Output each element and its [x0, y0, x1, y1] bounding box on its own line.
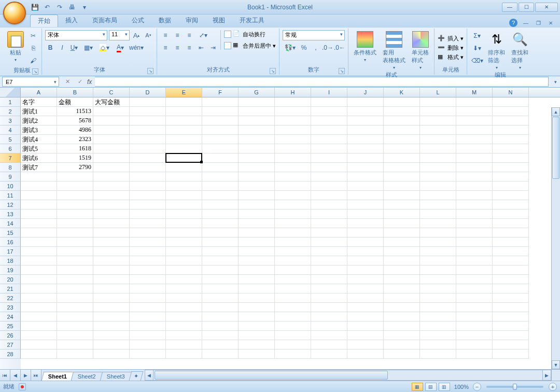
cell[interactable] — [93, 321, 130, 331]
cell[interactable] — [239, 312, 275, 321]
row-header[interactable]: 3 — [0, 116, 21, 125]
enter-formula-icon[interactable]: ✓ — [75, 78, 85, 85]
column-header[interactable]: B — [57, 88, 93, 97]
cell[interactable] — [420, 237, 456, 247]
name-box[interactable]: E7 — [2, 77, 59, 87]
font-size-combo[interactable]: 11 — [109, 30, 130, 40]
cell[interactable] — [311, 256, 347, 265]
sheet-nav-prev-icon[interactable]: ◀ — [10, 370, 21, 381]
decrease-decimal-button[interactable]: .0← — [334, 43, 345, 53]
cell[interactable] — [493, 200, 529, 209]
cell[interactable] — [93, 181, 130, 191]
cell[interactable] — [275, 219, 311, 228]
cell[interactable] — [275, 144, 311, 153]
cell[interactable] — [420, 228, 456, 237]
cell[interactable] — [420, 265, 456, 275]
cell[interactable] — [166, 275, 202, 284]
cell[interactable] — [420, 340, 456, 349]
cell[interactable] — [166, 247, 202, 256]
cell[interactable] — [420, 125, 456, 135]
column-header[interactable]: A — [21, 88, 57, 97]
cell[interactable] — [420, 135, 456, 144]
vertical-scrollbar[interactable]: ▲ ▼ — [551, 107, 560, 369]
cell[interactable] — [420, 321, 456, 331]
cell[interactable] — [130, 265, 166, 275]
zoom-in-button[interactable]: + — [549, 383, 557, 391]
cell[interactable] — [493, 284, 529, 293]
find-select-button[interactable]: 🔍查找和 选择▾ — [509, 30, 530, 71]
cell[interactable]: 测试7 — [21, 163, 57, 172]
cell[interactable] — [275, 331, 311, 340]
cell[interactable] — [384, 153, 420, 163]
cell[interactable] — [456, 172, 493, 181]
italic-button[interactable]: I — [57, 43, 67, 53]
column-header[interactable]: L — [420, 88, 456, 97]
cell[interactable] — [21, 284, 57, 293]
cell[interactable]: 测试6 — [21, 153, 57, 163]
cell[interactable] — [130, 312, 166, 321]
row-header[interactable]: 18 — [0, 256, 21, 265]
bold-button[interactable]: B — [45, 43, 55, 53]
cut-icon[interactable]: ✂ — [28, 31, 38, 41]
cell[interactable] — [130, 200, 166, 209]
autosum-button[interactable]: Σ▾ — [470, 31, 484, 41]
cell[interactable] — [347, 256, 384, 265]
cell[interactable] — [275, 107, 311, 116]
cell[interactable] — [347, 237, 384, 247]
cell[interactable] — [21, 256, 57, 265]
cell[interactable] — [57, 181, 93, 191]
cell[interactable] — [239, 275, 275, 284]
cell[interactable] — [493, 228, 529, 237]
cell[interactable] — [493, 181, 529, 191]
cell[interactable] — [202, 181, 239, 191]
cell[interactable] — [456, 144, 493, 153]
cell[interactable] — [456, 219, 493, 228]
cell[interactable]: 2790 — [57, 163, 93, 172]
cell[interactable] — [239, 265, 275, 275]
cell[interactable] — [456, 200, 493, 209]
ribbon-tab-1[interactable]: 插入 — [58, 15, 85, 27]
cell[interactable] — [93, 163, 130, 172]
format-cells-button[interactable]: ▦格式 ▾ — [438, 53, 464, 62]
cell[interactable] — [420, 293, 456, 303]
cell[interactable] — [93, 125, 130, 135]
cell[interactable] — [130, 293, 166, 303]
cell[interactable] — [93, 191, 130, 200]
cell[interactable] — [347, 293, 384, 303]
cell[interactable] — [21, 303, 57, 312]
cell[interactable] — [239, 97, 275, 107]
cell[interactable] — [239, 256, 275, 265]
cell[interactable] — [493, 163, 529, 172]
cell[interactable] — [275, 275, 311, 284]
cell[interactable] — [166, 144, 202, 153]
cell[interactable] — [166, 340, 202, 349]
row-header[interactable]: 11 — [0, 191, 21, 200]
qat-customize-icon[interactable]: ▾ — [80, 3, 89, 12]
cell[interactable] — [275, 125, 311, 135]
cell[interactable] — [347, 116, 384, 125]
cell[interactable] — [166, 256, 202, 265]
cell[interactable] — [311, 125, 347, 135]
cell[interactable] — [130, 228, 166, 237]
cell[interactable] — [239, 172, 275, 181]
cell[interactable] — [493, 303, 529, 312]
ribbon-tab-6[interactable]: 视图 — [205, 15, 232, 27]
column-header[interactable]: E — [166, 88, 202, 97]
cell[interactable] — [275, 163, 311, 172]
maximize-button[interactable]: ☐ — [519, 3, 534, 12]
cancel-formula-icon[interactable]: ✕ — [62, 78, 73, 85]
view-normal-button[interactable]: ▦ — [412, 383, 423, 391]
dialog-launcher-icon[interactable]: ↘ — [270, 68, 276, 74]
cell[interactable] — [493, 256, 529, 265]
dialog-launcher-icon[interactable]: ↘ — [147, 68, 153, 74]
cell[interactable] — [93, 293, 130, 303]
font-color-button[interactable]: A▾ — [113, 43, 128, 53]
cell[interactable] — [57, 321, 93, 331]
cell[interactable] — [93, 303, 130, 312]
cell[interactable] — [202, 312, 239, 321]
row-header[interactable]: 28 — [0, 349, 21, 359]
cell[interactable] — [275, 200, 311, 209]
cell[interactable] — [311, 97, 347, 107]
cell[interactable] — [456, 247, 493, 256]
cell[interactable] — [347, 144, 384, 153]
